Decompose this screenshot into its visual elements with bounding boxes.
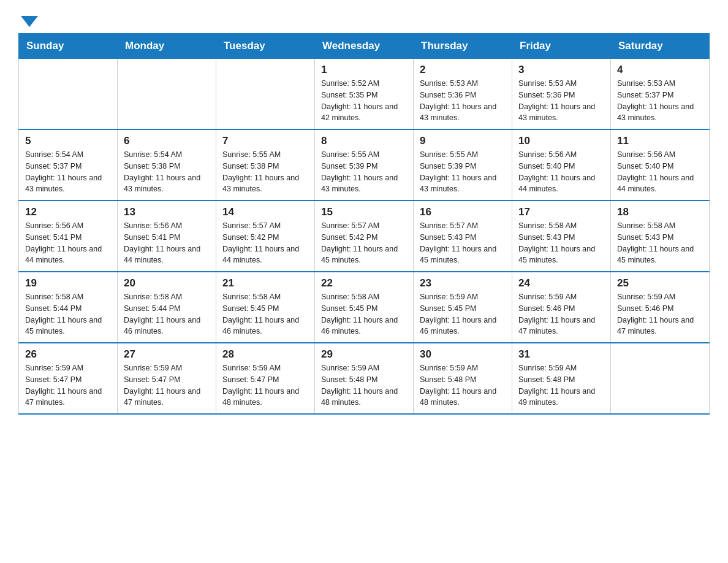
day-info: Sunrise: 5:58 AM Sunset: 5:43 PM Dayligh… — [518, 220, 604, 266]
calendar-cell — [118, 59, 216, 130]
day-info: Sunrise: 5:55 AM Sunset: 5:38 PM Dayligh… — [222, 149, 308, 195]
calendar-cell: 7Sunrise: 5:55 AM Sunset: 5:38 PM Daylig… — [216, 129, 315, 201]
day-number: 16 — [420, 206, 506, 218]
day-number: 23 — [420, 277, 506, 289]
header-tuesday: Tuesday — [216, 34, 315, 59]
day-number: 30 — [420, 348, 506, 361]
day-info: Sunrise: 5:58 AM Sunset: 5:43 PM Dayligh… — [617, 220, 703, 266]
day-number: 9 — [420, 135, 506, 147]
day-number: 7 — [222, 135, 308, 147]
calendar-cell: 19Sunrise: 5:58 AM Sunset: 5:44 PM Dayli… — [19, 272, 118, 343]
calendar-cell: 18Sunrise: 5:58 AM Sunset: 5:43 PM Dayli… — [611, 201, 710, 272]
day-info: Sunrise: 5:56 AM Sunset: 5:40 PM Dayligh… — [518, 149, 604, 195]
calendar-cell — [611, 343, 710, 414]
day-number: 12 — [25, 206, 111, 218]
day-number: 31 — [518, 348, 604, 361]
day-info: Sunrise: 5:57 AM Sunset: 5:42 PM Dayligh… — [222, 220, 308, 266]
day-number: 25 — [617, 277, 703, 289]
calendar-cell: 20Sunrise: 5:58 AM Sunset: 5:44 PM Dayli… — [118, 272, 216, 343]
day-number: 4 — [617, 64, 703, 76]
calendar-cell: 28Sunrise: 5:59 AM Sunset: 5:47 PM Dayli… — [216, 343, 315, 414]
calendar-header-row: SundayMondayTuesdayWednesdayThursdayFrid… — [19, 34, 710, 59]
day-number: 26 — [25, 348, 111, 361]
day-info: Sunrise: 5:54 AM Sunset: 5:37 PM Dayligh… — [25, 149, 111, 195]
day-info: Sunrise: 5:53 AM Sunset: 5:37 PM Dayligh… — [617, 78, 703, 124]
day-number: 22 — [321, 277, 407, 289]
day-info: Sunrise: 5:59 AM Sunset: 5:48 PM Dayligh… — [518, 362, 604, 408]
calendar-cell: 13Sunrise: 5:56 AM Sunset: 5:41 PM Dayli… — [118, 201, 216, 272]
day-number: 28 — [222, 348, 308, 361]
calendar-cell — [19, 59, 118, 130]
header-saturday: Saturday — [611, 34, 710, 59]
header-thursday: Thursday — [414, 34, 512, 59]
day-info: Sunrise: 5:56 AM Sunset: 5:40 PM Dayligh… — [617, 149, 703, 195]
calendar-cell: 2Sunrise: 5:53 AM Sunset: 5:36 PM Daylig… — [414, 59, 512, 130]
calendar-cell: 15Sunrise: 5:57 AM Sunset: 5:42 PM Dayli… — [315, 201, 414, 272]
day-info: Sunrise: 5:56 AM Sunset: 5:41 PM Dayligh… — [25, 220, 111, 266]
day-info: Sunrise: 5:59 AM Sunset: 5:47 PM Dayligh… — [124, 362, 210, 408]
calendar-week-row: 12Sunrise: 5:56 AM Sunset: 5:41 PM Dayli… — [19, 201, 710, 272]
header-sunday: Sunday — [19, 34, 118, 59]
day-number: 1 — [321, 64, 407, 76]
calendar-cell: 23Sunrise: 5:59 AM Sunset: 5:45 PM Dayli… — [414, 272, 512, 343]
day-number: 21 — [222, 277, 308, 289]
day-info: Sunrise: 5:56 AM Sunset: 5:41 PM Dayligh… — [124, 220, 210, 266]
day-number: 2 — [420, 64, 506, 76]
calendar-cell: 1Sunrise: 5:52 AM Sunset: 5:35 PM Daylig… — [315, 59, 414, 130]
day-number: 8 — [321, 135, 407, 147]
day-number: 20 — [124, 277, 210, 289]
day-number: 24 — [518, 277, 604, 289]
page-header — [18, 12, 710, 27]
day-info: Sunrise: 5:55 AM Sunset: 5:39 PM Dayligh… — [321, 149, 407, 195]
day-info: Sunrise: 5:59 AM Sunset: 5:46 PM Dayligh… — [617, 291, 703, 337]
day-info: Sunrise: 5:55 AM Sunset: 5:39 PM Dayligh… — [420, 149, 506, 195]
calendar-cell: 25Sunrise: 5:59 AM Sunset: 5:46 PM Dayli… — [611, 272, 710, 343]
day-info: Sunrise: 5:59 AM Sunset: 5:46 PM Dayligh… — [518, 291, 604, 337]
calendar-cell: 16Sunrise: 5:57 AM Sunset: 5:43 PM Dayli… — [414, 201, 512, 272]
calendar-cell: 21Sunrise: 5:58 AM Sunset: 5:45 PM Dayli… — [216, 272, 315, 343]
calendar-cell: 30Sunrise: 5:59 AM Sunset: 5:48 PM Dayli… — [414, 343, 512, 414]
calendar-cell: 27Sunrise: 5:59 AM Sunset: 5:47 PM Dayli… — [118, 343, 216, 414]
day-info: Sunrise: 5:59 AM Sunset: 5:48 PM Dayligh… — [321, 362, 407, 408]
day-number: 15 — [321, 206, 407, 218]
calendar-cell: 11Sunrise: 5:56 AM Sunset: 5:40 PM Dayli… — [611, 129, 710, 201]
calendar-week-row: 1Sunrise: 5:52 AM Sunset: 5:35 PM Daylig… — [19, 59, 710, 130]
calendar-cell: 31Sunrise: 5:59 AM Sunset: 5:48 PM Dayli… — [512, 343, 611, 414]
calendar-cell: 12Sunrise: 5:56 AM Sunset: 5:41 PM Dayli… — [19, 201, 118, 272]
calendar-cell: 24Sunrise: 5:59 AM Sunset: 5:46 PM Dayli… — [512, 272, 611, 343]
day-number: 13 — [124, 206, 210, 218]
calendar-cell: 9Sunrise: 5:55 AM Sunset: 5:39 PM Daylig… — [414, 129, 512, 201]
logo — [18, 12, 38, 27]
day-info: Sunrise: 5:54 AM Sunset: 5:38 PM Dayligh… — [124, 149, 210, 195]
logo-arrow-icon — [21, 16, 38, 27]
calendar-table: SundayMondayTuesdayWednesdayThursdayFrid… — [18, 33, 710, 415]
day-info: Sunrise: 5:59 AM Sunset: 5:48 PM Dayligh… — [420, 362, 506, 408]
day-number: 10 — [518, 135, 604, 147]
calendar-week-row: 19Sunrise: 5:58 AM Sunset: 5:44 PM Dayli… — [19, 272, 710, 343]
calendar-cell: 14Sunrise: 5:57 AM Sunset: 5:42 PM Dayli… — [216, 201, 315, 272]
day-info: Sunrise: 5:59 AM Sunset: 5:47 PM Dayligh… — [222, 362, 308, 408]
day-number: 3 — [518, 64, 604, 76]
day-number: 18 — [617, 206, 703, 218]
day-info: Sunrise: 5:58 AM Sunset: 5:45 PM Dayligh… — [222, 291, 308, 337]
day-number: 29 — [321, 348, 407, 361]
day-info: Sunrise: 5:59 AM Sunset: 5:45 PM Dayligh… — [420, 291, 506, 337]
day-info: Sunrise: 5:53 AM Sunset: 5:36 PM Dayligh… — [518, 78, 604, 124]
calendar-cell: 17Sunrise: 5:58 AM Sunset: 5:43 PM Dayli… — [512, 201, 611, 272]
day-number: 6 — [124, 135, 210, 147]
day-number: 5 — [25, 135, 111, 147]
calendar-week-row: 5Sunrise: 5:54 AM Sunset: 5:37 PM Daylig… — [19, 129, 710, 201]
calendar-week-row: 26Sunrise: 5:59 AM Sunset: 5:47 PM Dayli… — [19, 343, 710, 414]
day-info: Sunrise: 5:53 AM Sunset: 5:36 PM Dayligh… — [420, 78, 506, 124]
day-info: Sunrise: 5:58 AM Sunset: 5:45 PM Dayligh… — [321, 291, 407, 337]
day-number: 17 — [518, 206, 604, 218]
header-monday: Monday — [118, 34, 216, 59]
day-number: 14 — [222, 206, 308, 218]
calendar-cell — [216, 59, 315, 130]
calendar-cell: 5Sunrise: 5:54 AM Sunset: 5:37 PM Daylig… — [19, 129, 118, 201]
calendar-cell: 3Sunrise: 5:53 AM Sunset: 5:36 PM Daylig… — [512, 59, 611, 130]
calendar-cell: 4Sunrise: 5:53 AM Sunset: 5:37 PM Daylig… — [611, 59, 710, 130]
day-info: Sunrise: 5:57 AM Sunset: 5:42 PM Dayligh… — [321, 220, 407, 266]
calendar-cell: 6Sunrise: 5:54 AM Sunset: 5:38 PM Daylig… — [118, 129, 216, 201]
day-info: Sunrise: 5:58 AM Sunset: 5:44 PM Dayligh… — [25, 291, 111, 337]
